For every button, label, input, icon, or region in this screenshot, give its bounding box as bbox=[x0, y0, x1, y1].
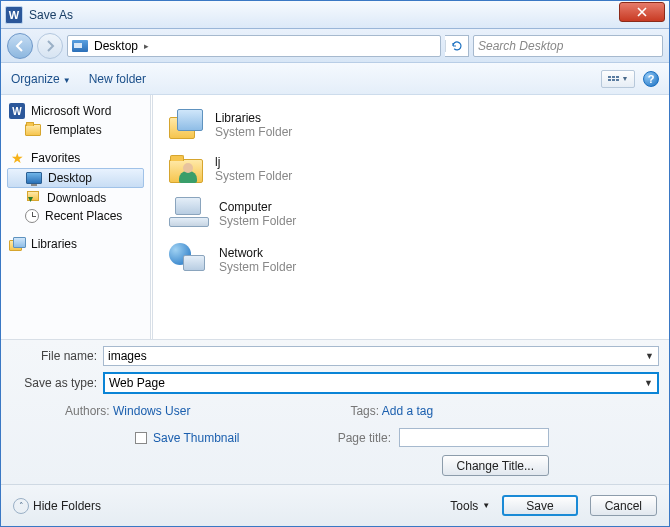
chevron-down-icon: ▼ bbox=[622, 75, 629, 82]
chevron-down-icon: ▼ bbox=[63, 76, 71, 85]
chevron-up-icon: ˄ bbox=[13, 498, 29, 514]
filetype-select[interactable]: Web Page▼ bbox=[103, 372, 659, 394]
help-button[interactable]: ? bbox=[643, 71, 659, 87]
nav-group-libraries[interactable]: Libraries bbox=[1, 235, 150, 253]
computer-icon bbox=[169, 197, 209, 231]
filetype-label: Save as type: bbox=[11, 376, 103, 390]
nav-item-downloads[interactable]: Downloads bbox=[1, 189, 150, 207]
search-input[interactable]: Search Desktop bbox=[473, 35, 663, 57]
save-button[interactable]: Save bbox=[502, 495, 577, 516]
view-icon bbox=[608, 76, 619, 81]
tags-value[interactable]: Add a tag bbox=[382, 404, 433, 418]
organize-menu[interactable]: Organize▼ bbox=[11, 72, 71, 86]
save-thumbnail-label: Save Thumbnail bbox=[153, 431, 240, 445]
network-icon bbox=[169, 243, 209, 277]
page-title-label: Page title: bbox=[338, 431, 391, 445]
desktop-icon bbox=[72, 40, 88, 52]
recent-icon bbox=[25, 209, 39, 223]
user-folder-icon bbox=[169, 153, 205, 185]
refresh-button[interactable] bbox=[445, 35, 469, 57]
chevron-right-icon: ▸ bbox=[144, 41, 149, 51]
file-list[interactable]: LibrariesSystem Folder ljSystem Folder C… bbox=[155, 95, 669, 339]
star-icon: ★ bbox=[9, 151, 25, 165]
toolbar: Organize▼ New folder ▼ ? bbox=[1, 63, 669, 95]
chevron-down-icon: ▼ bbox=[644, 378, 653, 388]
chevron-down-icon: ▼ bbox=[482, 501, 490, 510]
change-title-button[interactable]: Change Title... bbox=[442, 455, 549, 476]
close-button[interactable] bbox=[619, 2, 665, 22]
view-options-button[interactable]: ▼ bbox=[601, 70, 635, 88]
list-item[interactable]: LibrariesSystem Folder bbox=[159, 103, 665, 147]
list-item[interactable]: ComputerSystem Folder bbox=[159, 191, 665, 237]
downloads-icon bbox=[25, 191, 41, 205]
desktop-icon bbox=[26, 172, 42, 184]
hide-folders-button[interactable]: ˄ Hide Folders bbox=[13, 498, 101, 514]
dialog-footer: ˄ Hide Folders Tools▼ Save Cancel bbox=[1, 484, 669, 526]
pane-splitter[interactable] bbox=[151, 95, 155, 339]
nav-item-recent[interactable]: Recent Places bbox=[1, 207, 150, 225]
arrow-left-icon bbox=[14, 40, 26, 52]
authors-value[interactable]: Windows User bbox=[113, 404, 190, 418]
save-form: File name: images▼ Save as type: Web Pag… bbox=[1, 339, 669, 484]
tags-label: Tags: bbox=[350, 404, 379, 418]
libraries-icon bbox=[169, 109, 205, 141]
cancel-button[interactable]: Cancel bbox=[590, 495, 657, 516]
nav-item-desktop[interactable]: Desktop bbox=[7, 168, 144, 188]
back-button[interactable] bbox=[7, 33, 33, 59]
save-thumbnail-checkbox[interactable] bbox=[135, 432, 147, 444]
save-as-dialog: W Save As Desktop ▸ Search Desktop Organ… bbox=[0, 0, 670, 527]
address-bar: Desktop ▸ Search Desktop bbox=[1, 29, 669, 63]
navigation-pane: W Microsoft Word Templates ★ Favorites D… bbox=[1, 95, 151, 339]
page-title-input[interactable] bbox=[399, 428, 549, 447]
chevron-down-icon: ▼ bbox=[645, 351, 654, 361]
authors-label: Authors: bbox=[65, 404, 110, 418]
titlebar[interactable]: W Save As bbox=[1, 1, 669, 29]
nav-group-word[interactable]: W Microsoft Word bbox=[1, 101, 150, 121]
search-placeholder: Search Desktop bbox=[478, 39, 563, 53]
word-icon: W bbox=[9, 103, 25, 119]
word-app-icon: W bbox=[5, 6, 23, 24]
filename-input[interactable]: images▼ bbox=[103, 346, 659, 366]
list-item[interactable]: NetworkSystem Folder bbox=[159, 237, 665, 283]
folder-icon bbox=[25, 124, 41, 136]
close-icon bbox=[637, 7, 647, 17]
tools-menu[interactable]: Tools▼ bbox=[450, 499, 490, 513]
new-folder-button[interactable]: New folder bbox=[89, 72, 146, 86]
nav-item-templates[interactable]: Templates bbox=[1, 121, 150, 139]
breadcrumb-location: Desktop bbox=[94, 39, 138, 53]
nav-group-favorites[interactable]: ★ Favorites bbox=[1, 149, 150, 167]
forward-button[interactable] bbox=[37, 33, 63, 59]
breadcrumb[interactable]: Desktop ▸ bbox=[67, 35, 441, 57]
filename-label: File name: bbox=[11, 349, 103, 363]
list-item[interactable]: ljSystem Folder bbox=[159, 147, 665, 191]
arrow-right-icon bbox=[44, 40, 56, 52]
window-title: Save As bbox=[29, 8, 73, 22]
refresh-icon bbox=[451, 40, 463, 52]
libraries-icon bbox=[9, 237, 25, 251]
